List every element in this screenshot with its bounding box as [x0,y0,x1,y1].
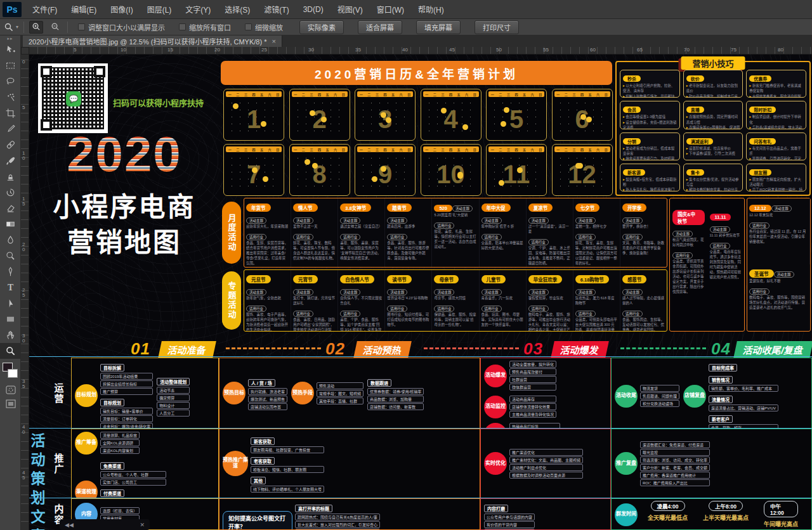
menu-滤镜[interactable]: 滤镜(T) [257,0,296,18]
menu-视图[interactable]: 视图(V) [331,0,370,18]
activity-column-圣诞节: 圣诞节活动主题圣诞狂欢，好礼不断适用行业数码电子、美妆、服饰等，围绕营销场景好礼… [747,264,810,313]
option-checkbox[interactable]: 细微缩放 [245,22,283,32]
weekday: 四 [318,92,321,96]
lane-separator-line [29,428,812,429]
theme-text: 新年新气象，全新启航 [246,296,289,301]
option-checkbox[interactable]: 调整窗口大小以满屏显示 [78,22,165,32]
industry-label: 适用行业 [340,311,360,317]
canvas-bottom-overlay[interactable]: ◀◀ ✕ [60,519,150,530]
menu-编辑[interactable]: 编辑(E) [64,0,103,18]
calendar-banner-title: 2020营销日历&全年营销计划 [221,61,612,85]
options-button[interactable]: 适合屏幕 [358,20,402,34]
magic-wand-tool[interactable] [0,89,21,105]
lasso-tool[interactable] [0,74,21,89]
document-canvas[interactable]: 💬 扫码可以获得小程序扶持 2020 小程序电商 营销地图 2020营销日历&全… [29,55,812,530]
calendar-month-number: 8 [290,153,350,195]
options-button[interactable]: 填充屏幕 [416,20,461,34]
time-note: 上半天曝光最高点 [703,514,749,522]
tip-box: 问答有礼有奖问答带出商品卖点，寓教于乐答题领券，引导进店转化，沉淀私域流量 [746,132,806,160]
document-tab[interactable]: 2020小程序电商营销地图.jpg @ 12.5% (扫码可以获得小程序扶持, … [23,36,282,47]
menu-窗口[interactable]: 窗口(W) [370,0,411,18]
activity-name-pill: 元旦节 [246,275,271,283]
path-selection-tool[interactable] [0,295,21,311]
theme-label: 活动主题 [528,217,549,224]
node-item: 销售额、客单价、毛利率、推广成本 [709,385,778,392]
panel-grip[interactable]: ▸▸ [0,36,20,42]
pen-tool[interactable] [0,264,21,280]
gradient-tool[interactable] [0,216,21,232]
tip-text: 设置阶梯满减，拉高客单价 [686,146,740,151]
tip-label: 会员 [623,107,641,113]
tab-close-icon[interactable]: × [272,37,275,45]
node-group-title: 免费渠道 [100,462,124,470]
rewind-icon[interactable]: ◀◀ [65,522,74,528]
blur-tool[interactable] [0,232,21,248]
zoom-tool[interactable] [0,343,21,359]
menu-帮助[interactable]: 帮助(H) [411,0,451,18]
options-button[interactable]: 打印尺寸 [475,20,519,34]
checkbox-label: 细微缩放 [255,22,283,32]
option-checkbox[interactable]: 缩放所有窗口 [179,22,231,32]
industry-text: 食品、美妆、服饰、旅游等，针对春日出行可推荐便携食品，及做可做户外踏青、露营装备… [387,241,429,261]
dodge-tool[interactable] [0,248,21,264]
document-tab-bar: 2020小程序电商营销地图.jpg @ 12.5% (扫码可以获得小程序扶持, … [0,36,812,47]
clone-stamp-tool[interactable] [0,169,21,184]
zoom-out-button[interactable] [48,21,62,34]
history-brush-tool[interactable] [0,184,21,200]
healing-brush-tool-icon [5,139,16,150]
rectangular-marquee-tool[interactable] [0,58,21,74]
close-icon[interactable]: ✕ [140,522,145,528]
node-groups: 活动商品库存店铺整体流量转化效果主推商品流量及转化情况 [509,395,556,418]
type-tool[interactable]: T [0,280,21,295]
node-item: 渠道数据汇总：免费渠道、付费渠道 [640,441,710,448]
checkbox-icon[interactable] [78,23,85,30]
zoom-tool-preset[interactable]: ▾ [4,22,18,32]
menu-文字[interactable]: 文字(Y) [178,0,218,18]
industry-text: 食品、玩具、图书、母婴等，实际具有可抓住大小朋友的一个快乐童年。 [481,313,524,328]
activity-name-pill: 毕业狂欢季 [528,275,563,283]
menu-图层[interactable]: 图层(L) [140,0,179,18]
eyedropper-tool[interactable] [0,121,21,137]
node-item: 预售活动 [317,382,363,389]
poster-year: 2020 [29,129,219,179]
background-color-swatch[interactable] [8,369,18,378]
menu-图像[interactable]: 图像(I) [103,0,140,18]
quick-mask-button[interactable] [0,383,21,397]
calendar-weekday-row: 一二三四五六日 [423,91,479,97]
rectangle-tool[interactable] [0,311,21,327]
menu-文件[interactable]: 文件(F) [25,0,64,18]
industry-label: 适用行业 [672,252,693,259]
weekday: 日 [473,92,476,96]
screen-mode-button[interactable] [0,397,21,411]
activity-name-pill: 6.18购物节 [575,275,609,283]
activity-column-12.12: 12.12活动主题12.12 年末狂欢适用行业各行业商家，错过双 11 后，在 … [747,198,810,264]
zoom-in-button[interactable] [29,21,43,34]
checkbox-icon[interactable] [179,23,186,30]
activity-name-pill: 白色情人节 [340,275,374,283]
crop-tool[interactable] [0,105,21,121]
menu-3D[interactable]: 3D(D) [296,0,331,18]
options-button[interactable]: 实际像素 [299,20,344,34]
tip-text: 会员等级设置1-3级为最佳 [623,114,677,119]
menu-选择[interactable]: 选择(S) [218,0,257,18]
node-group-title: 活动整体规划 [157,378,190,385]
eraser-tool[interactable] [0,200,21,216]
theme-text: 踏青四月，出游季 [387,224,429,229]
mindmap-cluster: 活动爆发活动全面放量，提升转化预售商品尾款催付社群运营微信群运营 [484,360,556,391]
hand-tool[interactable] [0,327,21,343]
industry-label: 适用行业 [622,234,643,240]
move-tool[interactable] [0,42,21,58]
qr-caption: 扫码可以获得小程序扶持 [113,96,204,108]
industry-label: 适用行业 [246,306,266,312]
lane-cell-内容-4: 群发时间凌晨4:00全天曝光最低点上午8:00上半天曝光最高点中午12:00午间… [611,498,812,530]
brush-tool[interactable] [0,153,21,169]
weekday: 五 [523,147,526,152]
weekday: 五 [391,147,395,152]
checkbox-icon[interactable] [245,23,252,30]
color-swatches[interactable] [0,361,21,383]
node-item: 销售目标：销量×客单价 [100,408,153,415]
healing-brush-tool[interactable] [0,137,21,153]
phase-connector [620,347,706,349]
weekday: 五 [326,147,329,152]
calendar-month-10: 一二三四五六日10 [421,144,481,196]
